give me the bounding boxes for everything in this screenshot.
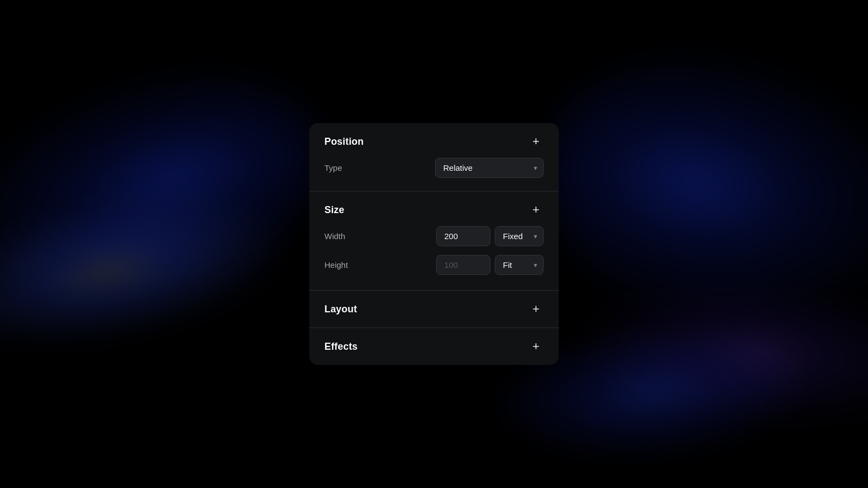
width-row: Width Fixed Fill Fit Auto ▾ — [324, 226, 544, 246]
size-section-header: Size + — [324, 202, 544, 217]
width-input[interactable] — [436, 226, 490, 246]
height-input[interactable] — [436, 255, 490, 275]
type-select[interactable]: Relative Absolute Fixed Sticky — [435, 158, 544, 178]
width-controls: Fixed Fill Fit Auto ▾ — [436, 226, 544, 246]
size-section: Size + Width Fixed Fill Fit Auto ▾ — [309, 191, 559, 290]
height-row: Height Fit Fixed Fill Auto ▾ — [324, 255, 544, 275]
effects-section-header: Effects + — [324, 339, 544, 354]
width-label: Width — [324, 232, 345, 241]
height-type-select[interactable]: Fit Fixed Fill Auto — [495, 255, 544, 275]
properties-panel: Position + Type Relative Absolute Fixed … — [309, 123, 559, 365]
layout-section: Layout + — [309, 291, 559, 328]
effects-section: Effects + — [309, 328, 559, 365]
effects-title: Effects — [324, 341, 358, 352]
width-type-select[interactable]: Fixed Fill Fit Auto — [495, 226, 544, 246]
size-title: Size — [324, 204, 344, 216]
position-section-header: Position + — [324, 134, 544, 149]
height-controls: Fit Fixed Fill Auto ▾ — [436, 255, 544, 275]
effects-add-button[interactable]: + — [528, 339, 544, 354]
type-row: Type Relative Absolute Fixed Sticky ▾ — [324, 158, 544, 178]
position-add-button[interactable]: + — [528, 134, 544, 149]
position-section: Position + Type Relative Absolute Fixed … — [309, 123, 559, 191]
position-title: Position — [324, 136, 363, 147]
height-label: Height — [324, 260, 348, 269]
width-type-select-wrapper: Fixed Fill Fit Auto ▾ — [495, 226, 544, 246]
height-type-select-wrapper: Fit Fixed Fill Auto ▾ — [495, 255, 544, 275]
type-label: Type — [324, 163, 342, 172]
layout-title: Layout — [324, 304, 357, 315]
layout-section-header: Layout + — [324, 301, 544, 317]
size-add-button[interactable]: + — [528, 202, 544, 217]
layout-add-button[interactable]: + — [528, 301, 544, 317]
type-select-wrapper: Relative Absolute Fixed Sticky ▾ — [435, 158, 544, 178]
